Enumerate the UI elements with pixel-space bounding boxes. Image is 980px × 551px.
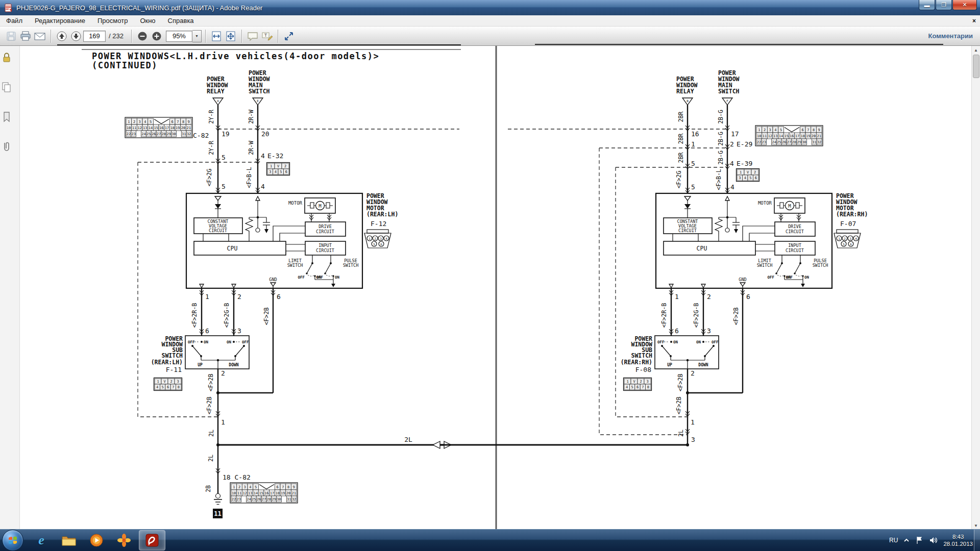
menu-edit[interactable]: Редактирование xyxy=(29,16,91,26)
next-page-button[interactable] xyxy=(69,29,83,44)
zoom-out-icon xyxy=(137,31,148,41)
taskbar-ie-icon[interactable]: e xyxy=(29,531,54,550)
vertical-scrollbar[interactable]: ▲ ▼ xyxy=(971,46,980,530)
navigation-pane xyxy=(0,46,20,530)
orange-app-icon xyxy=(117,533,131,547)
previous-page-button[interactable] xyxy=(55,29,69,44)
tray-date: 28.01.2013 xyxy=(943,540,973,547)
minimize-button[interactable]: ▬ xyxy=(919,0,935,10)
menu-file[interactable]: Файл xyxy=(0,16,29,26)
bookmark-icon[interactable] xyxy=(0,110,13,123)
zoom-out-button[interactable] xyxy=(135,29,150,44)
restore-button[interactable]: ❐ xyxy=(936,0,952,10)
tray-time: 8:43 xyxy=(943,533,973,540)
fullscreen-button[interactable] xyxy=(282,29,296,44)
save-button[interactable] xyxy=(4,29,18,44)
page-down-icon xyxy=(70,31,82,42)
title-bar: PHJE9026-G_PAJERO_98_ELECTRICAL_WIRING.p… xyxy=(0,0,980,15)
fit-page-icon xyxy=(225,30,237,42)
start-button[interactable] xyxy=(2,530,23,551)
text-edit-button[interactable]: T xyxy=(260,29,274,44)
close-button[interactable]: ✕ xyxy=(952,0,977,10)
taskbar-media-player-icon[interactable] xyxy=(84,531,109,550)
zoom-level-input[interactable]: 95% xyxy=(166,31,192,42)
scroll-up-icon[interactable]: ▲ xyxy=(972,46,980,54)
scrollbar-thumb[interactable] xyxy=(973,55,979,78)
document-area: ▲ ▼ xyxy=(0,46,980,530)
fullscreen-icon xyxy=(283,30,295,42)
page-number-input[interactable]: 169 xyxy=(83,31,106,42)
menu-window[interactable]: Окно xyxy=(134,16,161,26)
lock-icon[interactable] xyxy=(0,51,13,64)
taskbar: e RU xyxy=(0,529,980,551)
email-button[interactable] xyxy=(33,29,47,44)
action-center-flag-icon[interactable] xyxy=(915,536,923,544)
comment-bubble-icon xyxy=(247,30,259,42)
save-icon xyxy=(6,31,17,42)
scroll-down-icon[interactable]: ▼ xyxy=(972,521,980,530)
text-callout-icon: T xyxy=(261,30,273,42)
page-up-icon xyxy=(56,31,67,42)
adobe-reader-icon xyxy=(145,533,159,547)
show-desktop-button[interactable] xyxy=(974,530,980,551)
clock[interactable]: 8:43 28.01.2013 xyxy=(943,533,973,547)
fit-width-icon xyxy=(210,30,223,42)
zoom-in-icon xyxy=(152,31,162,41)
toolbar: 169 / 232 95% ▼ T Комментарии xyxy=(0,27,980,46)
page-total-label: / 232 xyxy=(109,32,124,40)
windows-logo-icon xyxy=(7,535,18,546)
zoom-dropdown-button[interactable]: ▼ xyxy=(192,30,202,42)
menu-bar: Файл Редактирование Просмотр Окно Справк… xyxy=(0,15,980,27)
taskbar-explorer-icon[interactable] xyxy=(56,531,82,550)
svg-text:T: T xyxy=(264,33,267,38)
email-icon xyxy=(34,30,46,42)
system-tray: RU 8:43 28.01.2013 xyxy=(889,530,973,551)
taskbar-app-icon[interactable] xyxy=(111,531,137,550)
tray-expand-icon[interactable] xyxy=(903,538,910,543)
zoom-in-button[interactable] xyxy=(150,29,164,44)
comments-panel-button[interactable]: Комментарии xyxy=(928,32,973,40)
print-icon xyxy=(19,30,32,42)
folder-icon xyxy=(61,534,77,547)
fit-width-button[interactable] xyxy=(209,29,224,44)
print-button[interactable] xyxy=(18,29,33,44)
toolbar-close-icon[interactable]: × xyxy=(972,17,976,24)
paperclip-icon[interactable] xyxy=(0,140,13,153)
comment-button[interactable] xyxy=(246,29,260,44)
language-indicator[interactable]: RU xyxy=(889,537,898,544)
menu-view[interactable]: Просмотр xyxy=(91,16,134,26)
volume-icon[interactable] xyxy=(929,536,938,544)
fit-page-button[interactable] xyxy=(224,29,238,44)
pdf-app-icon xyxy=(4,4,13,12)
menu-help[interactable]: Справка xyxy=(162,16,200,26)
pages-icon[interactable] xyxy=(0,81,13,94)
media-player-icon xyxy=(89,533,104,547)
window-title: PHJE9026-G_PAJERO_98_ELECTRICAL_WIRING.p… xyxy=(16,4,262,12)
taskbar-adobe-reader-icon[interactable] xyxy=(139,530,165,550)
